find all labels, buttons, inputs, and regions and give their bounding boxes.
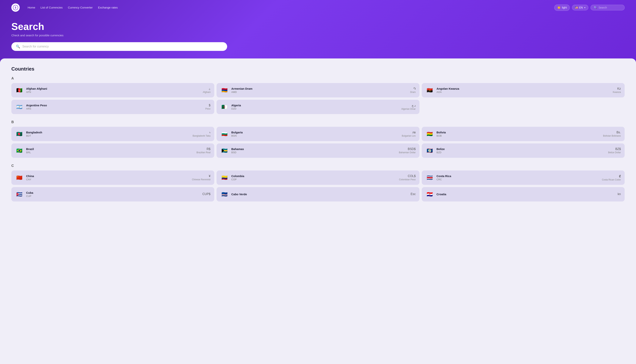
sun-icon: ☀️ bbox=[557, 6, 561, 10]
chevron-down-icon: ▾ bbox=[584, 6, 585, 9]
currency-info: Armenian Dram AMD bbox=[231, 87, 407, 94]
flag-icon: 🇦🇲 bbox=[220, 86, 229, 94]
currency-card[interactable]: 🇧🇷 Brazil BRL R$ Brazilian Real bbox=[11, 144, 214, 158]
currency-name: Costa Rica bbox=[436, 174, 599, 178]
currency-card[interactable]: 🇦🇫 Afghan Afghani AFN ؋ Afghani bbox=[11, 83, 214, 98]
currency-info: Bahamas BSD bbox=[231, 148, 396, 154]
currency-code: BOB bbox=[436, 134, 600, 137]
flag-icon: 🇨🇷 bbox=[425, 174, 434, 182]
currency-name: Algeria bbox=[231, 104, 399, 107]
letter-label: C bbox=[11, 164, 625, 168]
flag-icon: 🇨🇺 bbox=[15, 190, 24, 198]
countries-section-title: Countries bbox=[11, 66, 625, 72]
currency-name: Colombia bbox=[231, 174, 396, 178]
currency-info: Croatia bbox=[436, 192, 615, 196]
currency-symbol: Bs. bbox=[603, 131, 621, 134]
letter-group-b: B 🇧🇩 Bangladesh BDT ৳ Bangladeshi Taka 🇧… bbox=[11, 120, 625, 158]
currency-symbol: COL$ bbox=[399, 174, 416, 178]
currency-code: COP bbox=[231, 178, 396, 181]
flag-icon: 🇩🇿 bbox=[220, 103, 229, 111]
search-icon: 🔍 bbox=[594, 6, 597, 9]
currency-card[interactable]: 🇩🇿 Algeria DZD د.ج Algerian Dinar bbox=[217, 100, 419, 114]
currency-card[interactable]: 🇭🇷 Croatia kn bbox=[422, 187, 625, 202]
currency-card[interactable]: 🇨🇳 China CNY ¥ Chinese Renminbi bbox=[11, 170, 214, 185]
currency-symbol-area: ¥ Chinese Renminbi bbox=[192, 174, 211, 181]
currency-symbol: CUP$ bbox=[202, 192, 211, 196]
currency-info: Afghan Afghani AFN bbox=[26, 87, 200, 94]
currency-symbol: ৳ bbox=[193, 131, 211, 134]
nav-list-currencies[interactable]: List of Currencies bbox=[41, 6, 63, 9]
nav-search-input[interactable] bbox=[598, 6, 621, 9]
currency-symbol-area: ₡ Costa Rican Colón bbox=[602, 174, 621, 181]
currency-name: Armenian Dram bbox=[231, 87, 407, 90]
currency-symbol: ¥ bbox=[192, 174, 211, 178]
logo[interactable]: $ bbox=[11, 4, 20, 12]
currency-card[interactable]: 🇦🇴 Angolan Kwanza AOA Kz Kwanza bbox=[422, 83, 625, 98]
nav-exchange-rates[interactable]: Exchange rates bbox=[98, 6, 118, 9]
currency-grid: 🇨🇳 China CNY ¥ Chinese Renminbi 🇨🇴 Colom… bbox=[11, 170, 625, 202]
currency-full-name: Belize Dollar bbox=[608, 151, 621, 154]
currency-name: Cabo Verde bbox=[231, 192, 408, 196]
currency-card[interactable]: 🇨🇺 Cuba CUP CUP$ bbox=[11, 187, 214, 202]
letter-label: A bbox=[11, 76, 625, 80]
currency-card[interactable]: 🇦🇲 Armenian Dram AMD ֏ Dram bbox=[217, 83, 419, 98]
page-subtitle: Check and search for possible currencies bbox=[11, 34, 625, 37]
language-selector[interactable]: 🇺🇸 EN ▾ bbox=[572, 5, 588, 10]
currency-card[interactable]: 🇧🇴 Bolivia BOB Bs. Bolivian Boliviano bbox=[422, 127, 625, 141]
currency-symbol: د.ج bbox=[401, 104, 416, 107]
flag-icon: 🇧🇩 bbox=[15, 130, 24, 138]
svg-text:$: $ bbox=[15, 6, 16, 9]
currency-name: Brazil bbox=[26, 148, 194, 150]
currency-full-name: Afghani bbox=[203, 91, 211, 94]
currency-card[interactable]: 🇨🇷 Costa Rica CRC ₡ Costa Rican Colón bbox=[422, 170, 625, 185]
currency-full-name: Bolivian Boliviano bbox=[603, 134, 621, 137]
currency-info: Colombia COP bbox=[231, 174, 396, 181]
letter-group-a: A 🇦🇫 Afghan Afghani AFN ؋ Afghani 🇦🇲 Arm… bbox=[11, 76, 625, 114]
currency-card[interactable]: 🇨🇴 Colombia COP COL$ Colombian Peso bbox=[217, 170, 419, 185]
flag-icon: 🇧🇷 bbox=[15, 146, 24, 155]
currency-full-name: Brazilian Real bbox=[197, 151, 211, 154]
currency-symbol-area: BZ$ Belize Dollar bbox=[608, 148, 621, 154]
currency-symbol-area: ৳ Bangladeshi Taka bbox=[193, 131, 211, 137]
flag-icon: 🇨🇻 bbox=[220, 190, 229, 198]
currency-code: BZD bbox=[436, 151, 605, 154]
currency-code: AMD bbox=[231, 90, 407, 94]
currency-name: Bulgaria bbox=[231, 131, 399, 134]
currency-card[interactable]: 🇨🇻 Cabo Verde Esc bbox=[217, 187, 419, 202]
theme-toggle[interactable]: ☀️ light bbox=[554, 4, 570, 11]
currency-grid: 🇧🇩 Bangladesh BDT ৳ Bangladeshi Taka 🇧🇬 … bbox=[11, 127, 625, 158]
flag-icon: 🇨🇳 bbox=[15, 174, 24, 182]
currency-name: Croatia bbox=[436, 192, 615, 196]
currency-name: Bahamas bbox=[231, 148, 396, 150]
currency-symbol: лв bbox=[402, 131, 416, 134]
currency-info: Argentine Peso ARS bbox=[26, 104, 203, 110]
currency-symbol: R$ bbox=[197, 148, 211, 151]
currency-symbol-area: BSD$ Bahamian Dollar bbox=[399, 148, 416, 154]
currency-card[interactable]: 🇧🇩 Bangladesh BDT ৳ Bangladeshi Taka bbox=[11, 127, 214, 141]
currency-code: CRC bbox=[436, 178, 599, 181]
currency-symbol-area: Kz Kwanza bbox=[613, 87, 621, 94]
currency-symbol-area: ֏ Dram bbox=[410, 87, 416, 94]
currency-grid: 🇦🇫 Afghan Afghani AFN ؋ Afghani 🇦🇲 Armen… bbox=[11, 83, 625, 114]
currency-code: CUP bbox=[26, 195, 200, 198]
currency-card[interactable]: 🇧🇿 Belize BZD BZ$ Belize Dollar bbox=[422, 144, 625, 158]
currency-name: China bbox=[26, 174, 189, 178]
nav-currency-converter[interactable]: Currency Converter bbox=[68, 6, 93, 9]
flag-icon: 🇧🇸 bbox=[220, 146, 229, 155]
currency-symbol: Kz bbox=[613, 87, 621, 90]
currency-info: Angolan Kwanza AOA bbox=[436, 87, 610, 94]
flag-icon: 🇦🇴 bbox=[425, 86, 434, 94]
currency-symbol-area: CUP$ bbox=[202, 192, 211, 196]
currency-card[interactable]: 🇧🇬 Bulgaria BGN лв Bulgarian Lev bbox=[217, 127, 419, 141]
currency-groups: A 🇦🇫 Afghan Afghani AFN ؋ Afghani 🇦🇲 Arm… bbox=[11, 76, 625, 202]
currency-card[interactable]: 🇦🇷 Argentine Peso ARS $ Peso bbox=[11, 100, 214, 114]
currency-search-input[interactable] bbox=[22, 45, 223, 48]
currency-full-name: Colombian Peso bbox=[399, 178, 416, 181]
flag-icon: 🇨🇴 bbox=[220, 174, 229, 182]
main-search-box[interactable]: 🔍 bbox=[11, 42, 227, 51]
currency-name: Argentine Peso bbox=[26, 104, 203, 107]
nav-home[interactable]: Home bbox=[28, 6, 35, 9]
currency-card[interactable]: 🇧🇸 Bahamas BSD BSD$ Bahamian Dollar bbox=[217, 144, 419, 158]
currency-info: Bulgaria BGN bbox=[231, 131, 399, 137]
nav-search[interactable]: 🔍 bbox=[590, 5, 625, 10]
